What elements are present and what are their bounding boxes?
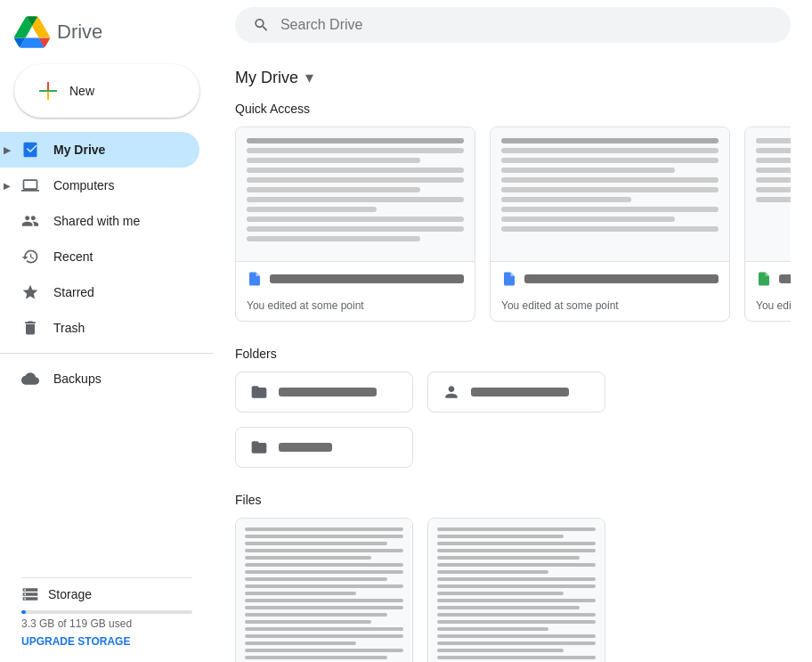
file-thumb[interactable] <box>427 518 605 662</box>
sidebar-item-label: Trash <box>53 321 85 335</box>
folders-row <box>235 372 791 468</box>
thumb-preview <box>428 519 605 662</box>
quick-access-card[interactable]: You edited at some point <box>490 127 730 322</box>
preview-line <box>756 138 791 143</box>
svg-rect-3 <box>47 92 49 100</box>
preview-line <box>247 226 464 232</box>
preview-line <box>501 207 719 212</box>
sidebar-item-label: Backups <box>53 372 102 386</box>
quick-access-card[interactable]: You edited at <box>744 127 791 322</box>
preview-line <box>247 236 420 241</box>
preview-line <box>501 217 675 222</box>
preview-line <box>247 197 464 202</box>
card-preview-lines <box>745 127 791 217</box>
preview-line <box>756 197 791 202</box>
search-input[interactable] <box>280 17 773 33</box>
storage-divider <box>21 577 192 578</box>
app-title: Drive <box>57 20 102 44</box>
computers-icon <box>21 176 39 194</box>
storage-bar-background <box>21 610 192 614</box>
drive-header-chevron-icon[interactable]: ▾ <box>305 68 313 87</box>
folder-item[interactable] <box>235 427 413 468</box>
drive-header: My Drive ▾ <box>235 50 791 102</box>
backups-icon <box>21 370 39 388</box>
filename-redacted <box>524 274 719 283</box>
app-header: Drive <box>0 0 214 57</box>
preview-line <box>247 168 464 173</box>
preview-line <box>501 177 719 183</box>
recent-icon <box>21 248 39 266</box>
preview-line <box>247 177 464 183</box>
folder-icon <box>250 383 268 401</box>
preview-line <box>247 148 464 153</box>
sheet-icon <box>756 271 772 287</box>
quick-access-cards: You edited at some point <box>235 127 791 322</box>
storage-label: Storage <box>48 587 92 601</box>
doc-icon <box>247 271 263 287</box>
sidebar-item-trash[interactable]: Trash <box>0 310 199 346</box>
preview-line <box>756 148 791 153</box>
page-title: My Drive <box>235 69 298 87</box>
sidebar-item-label: Recent <box>53 249 93 264</box>
sidebar-item-label: Shared with me <box>53 214 140 228</box>
drive-logo-icon <box>14 14 50 50</box>
quick-access-card[interactable]: You edited at some point <box>235 127 475 322</box>
preview-line <box>756 168 791 173</box>
storage-used-text: 3.3 GB of 119 GB used <box>21 617 192 630</box>
preview-line <box>756 158 791 163</box>
card-subtitle: You edited at some point <box>236 296 475 321</box>
quick-access-section: Quick Access <box>235 102 791 322</box>
preview-line <box>247 187 420 192</box>
sidebar: Drive New ▶ My Drive ▶ Computers Shared … <box>0 0 214 662</box>
person-folder-icon <box>443 383 460 401</box>
sidebar-item-label: My Drive <box>53 143 105 157</box>
card-preview <box>745 127 791 261</box>
my-drive-icon <box>21 141 39 159</box>
topbar <box>214 0 812 50</box>
file-thumb[interactable] <box>235 518 413 662</box>
sidebar-item-backups[interactable]: Backups <box>0 361 199 396</box>
card-subtitle: You edited at <box>745 296 791 321</box>
main-content: My Drive ▾ Quick Access <box>214 0 812 662</box>
preview-line <box>501 168 675 173</box>
svg-rect-2 <box>47 82 49 90</box>
expand-arrow-icon: ▶ <box>4 145 11 155</box>
preview-line <box>501 148 719 153</box>
preview-line <box>501 138 719 143</box>
sidebar-item-recent[interactable]: Recent <box>0 239 199 274</box>
sidebar-nav: ▶ My Drive ▶ Computers Shared with me Re… <box>0 132 214 396</box>
preview-line <box>247 207 377 212</box>
expand-arrow-icon: ▶ <box>4 181 11 191</box>
folder-item[interactable] <box>235 372 413 413</box>
storage-section: Storage 3.3 GB of 119 GB used UPGRADE ST… <box>0 556 214 662</box>
new-button-label: New <box>69 84 94 98</box>
new-button[interactable]: New <box>14 64 199 118</box>
nav-divider <box>0 353 214 354</box>
sidebar-item-computers[interactable]: ▶ Computers <box>0 168 199 203</box>
files-title: Files <box>235 493 791 507</box>
filename-redacted <box>270 274 464 283</box>
files-section: Files <box>235 493 791 662</box>
folder-name-redacted <box>279 443 332 452</box>
preview-line <box>501 158 719 163</box>
sidebar-item-shared[interactable]: Shared with me <box>0 203 199 239</box>
sidebar-item-my-drive[interactable]: ▶ My Drive <box>0 132 199 168</box>
folder-item[interactable] <box>427 372 605 413</box>
folders-section: Folders <box>235 347 791 468</box>
quick-access-title: Quick Access <box>235 102 791 116</box>
doc-icon <box>501 271 517 287</box>
content-area: My Drive ▾ Quick Access <box>214 50 812 662</box>
sidebar-item-label: Starred <box>53 285 94 299</box>
search-box[interactable] <box>235 7 791 43</box>
sidebar-item-starred[interactable]: Starred <box>0 274 199 310</box>
folder-name-redacted <box>279 388 377 396</box>
search-icon <box>253 16 270 34</box>
folder-icon <box>250 438 268 456</box>
card-preview <box>491 127 729 261</box>
preview-line <box>501 226 719 232</box>
folder-name-redacted <box>471 388 569 396</box>
upgrade-storage-button[interactable]: UPGRADE STORAGE <box>21 635 192 648</box>
card-footer <box>745 261 791 296</box>
preview-line <box>501 197 631 202</box>
svg-rect-1 <box>39 90 57 92</box>
